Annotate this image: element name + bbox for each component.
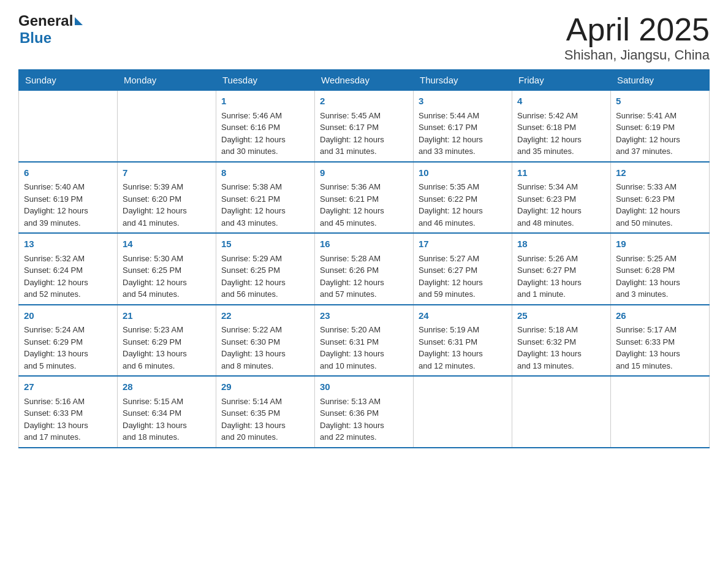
calendar-cell: [118, 91, 216, 162]
day-number: 29: [221, 380, 309, 394]
calendar-week-2: 6Sunrise: 5:40 AM Sunset: 6:19 PM Daylig…: [19, 162, 710, 234]
day-number: 13: [24, 237, 112, 251]
column-header-sunday: Sunday: [19, 70, 118, 91]
day-number: 2: [320, 94, 408, 109]
day-number: 30: [320, 380, 408, 394]
calendar-cell: 20Sunrise: 5:24 AM Sunset: 6:29 PM Dayli…: [19, 305, 118, 377]
day-number: 10: [419, 166, 507, 180]
day-number: 12: [616, 166, 704, 180]
column-header-friday: Friday: [512, 70, 611, 91]
calendar-body: 1Sunrise: 5:46 AM Sunset: 6:16 PM Daylig…: [19, 91, 710, 448]
calendar-cell: 28Sunrise: 5:15 AM Sunset: 6:34 PM Dayli…: [118, 376, 216, 448]
column-header-tuesday: Tuesday: [216, 70, 315, 91]
column-header-thursday: Thursday: [414, 70, 512, 91]
logo: General Blue: [18, 12, 83, 47]
day-number: 15: [221, 237, 309, 251]
calendar-cell: 26Sunrise: 5:17 AM Sunset: 6:33 PM Dayli…: [611, 305, 710, 377]
day-info: Sunrise: 5:20 AM Sunset: 6:31 PM Dayligh…: [320, 324, 408, 372]
day-info: Sunrise: 5:30 AM Sunset: 6:25 PM Dayligh…: [123, 253, 211, 301]
calendar-cell: 3Sunrise: 5:44 AM Sunset: 6:17 PM Daylig…: [414, 91, 512, 162]
calendar-cell: 10Sunrise: 5:35 AM Sunset: 6:22 PM Dayli…: [414, 162, 512, 234]
column-header-saturday: Saturday: [611, 70, 710, 91]
calendar-cell: 4Sunrise: 5:42 AM Sunset: 6:18 PM Daylig…: [512, 91, 611, 162]
calendar-cell: 21Sunrise: 5:23 AM Sunset: 6:29 PM Dayli…: [118, 305, 216, 377]
day-number: 7: [123, 166, 211, 180]
column-header-monday: Monday: [118, 70, 216, 91]
day-info: Sunrise: 5:32 AM Sunset: 6:24 PM Dayligh…: [24, 253, 112, 301]
day-number: 14: [123, 237, 211, 251]
day-number: 23: [320, 309, 408, 323]
day-info: Sunrise: 5:26 AM Sunset: 6:27 PM Dayligh…: [517, 253, 605, 301]
header: General Blue April 2025 Shishan, Jiangsu…: [18, 12, 710, 63]
title-area: April 2025 Shishan, Jiangsu, China: [564, 12, 710, 63]
calendar-cell: [414, 376, 512, 448]
day-info: Sunrise: 5:34 AM Sunset: 6:23 PM Dayligh…: [517, 181, 605, 229]
day-number: 18: [517, 237, 605, 251]
calendar-week-4: 20Sunrise: 5:24 AM Sunset: 6:29 PM Dayli…: [19, 305, 710, 377]
calendar-cell: 27Sunrise: 5:16 AM Sunset: 6:33 PM Dayli…: [19, 376, 118, 448]
day-info: Sunrise: 5:14 AM Sunset: 6:35 PM Dayligh…: [221, 396, 309, 443]
day-number: 1: [221, 94, 309, 109]
day-info: Sunrise: 5:41 AM Sunset: 6:19 PM Dayligh…: [616, 110, 704, 158]
day-info: Sunrise: 5:22 AM Sunset: 6:30 PM Dayligh…: [221, 324, 309, 372]
day-info: Sunrise: 5:36 AM Sunset: 6:21 PM Dayligh…: [320, 181, 408, 229]
calendar-cell: 29Sunrise: 5:14 AM Sunset: 6:35 PM Dayli…: [216, 376, 315, 448]
day-number: 8: [221, 166, 309, 180]
day-number: 27: [24, 380, 112, 394]
day-info: Sunrise: 5:29 AM Sunset: 6:25 PM Dayligh…: [221, 253, 309, 301]
day-info: Sunrise: 5:15 AM Sunset: 6:34 PM Dayligh…: [123, 396, 211, 443]
day-info: Sunrise: 5:25 AM Sunset: 6:28 PM Dayligh…: [616, 253, 704, 301]
day-number: 22: [221, 309, 309, 323]
day-info: Sunrise: 5:46 AM Sunset: 6:16 PM Dayligh…: [221, 110, 309, 158]
day-info: Sunrise: 5:40 AM Sunset: 6:19 PM Dayligh…: [24, 181, 112, 229]
calendar-cell: 13Sunrise: 5:32 AM Sunset: 6:24 PM Dayli…: [19, 233, 118, 305]
logo-blue-text: Blue: [20, 29, 51, 47]
day-info: Sunrise: 5:45 AM Sunset: 6:17 PM Dayligh…: [320, 110, 408, 158]
day-number: 3: [419, 94, 507, 109]
calendar-cell: 22Sunrise: 5:22 AM Sunset: 6:30 PM Dayli…: [216, 305, 315, 377]
day-info: Sunrise: 5:24 AM Sunset: 6:29 PM Dayligh…: [24, 324, 112, 372]
day-number: 4: [517, 94, 605, 109]
day-info: Sunrise: 5:28 AM Sunset: 6:26 PM Dayligh…: [320, 253, 408, 301]
calendar-week-5: 27Sunrise: 5:16 AM Sunset: 6:33 PM Dayli…: [19, 376, 710, 448]
logo-general-text: General: [18, 12, 73, 29]
calendar-cell: 5Sunrise: 5:41 AM Sunset: 6:19 PM Daylig…: [611, 91, 710, 162]
calendar-table: SundayMondayTuesdayWednesdayThursdayFrid…: [18, 69, 710, 448]
day-number: 25: [517, 309, 605, 323]
calendar-cell: 30Sunrise: 5:13 AM Sunset: 6:36 PM Dayli…: [315, 376, 414, 448]
day-number: 20: [24, 309, 112, 323]
day-info: Sunrise: 5:38 AM Sunset: 6:21 PM Dayligh…: [221, 181, 309, 229]
calendar-cell: 12Sunrise: 5:33 AM Sunset: 6:23 PM Dayli…: [611, 162, 710, 234]
calendar-cell: 25Sunrise: 5:18 AM Sunset: 6:32 PM Dayli…: [512, 305, 611, 377]
calendar-cell: 1Sunrise: 5:46 AM Sunset: 6:16 PM Daylig…: [216, 91, 315, 162]
day-number: 5: [616, 94, 704, 109]
day-number: 21: [123, 309, 211, 323]
calendar-cell: [19, 91, 118, 162]
calendar-cell: 17Sunrise: 5:27 AM Sunset: 6:27 PM Dayli…: [414, 233, 512, 305]
day-info: Sunrise: 5:27 AM Sunset: 6:27 PM Dayligh…: [419, 253, 507, 301]
day-number: 17: [419, 237, 507, 251]
calendar-cell: [512, 376, 611, 448]
calendar-week-1: 1Sunrise: 5:46 AM Sunset: 6:16 PM Daylig…: [19, 91, 710, 162]
day-info: Sunrise: 5:18 AM Sunset: 6:32 PM Dayligh…: [517, 324, 605, 372]
day-info: Sunrise: 5:16 AM Sunset: 6:33 PM Dayligh…: [24, 396, 112, 443]
day-number: 19: [616, 237, 704, 251]
day-info: Sunrise: 5:39 AM Sunset: 6:20 PM Dayligh…: [123, 181, 211, 229]
day-number: 11: [517, 166, 605, 180]
calendar-cell: [611, 376, 710, 448]
calendar-cell: 9Sunrise: 5:36 AM Sunset: 6:21 PM Daylig…: [315, 162, 414, 234]
column-header-wednesday: Wednesday: [315, 70, 414, 91]
day-number: 9: [320, 166, 408, 180]
calendar-header: SundayMondayTuesdayWednesdayThursdayFrid…: [19, 70, 710, 91]
calendar-cell: 18Sunrise: 5:26 AM Sunset: 6:27 PM Dayli…: [512, 233, 611, 305]
calendar-cell: 11Sunrise: 5:34 AM Sunset: 6:23 PM Dayli…: [512, 162, 611, 234]
calendar-cell: 19Sunrise: 5:25 AM Sunset: 6:28 PM Dayli…: [611, 233, 710, 305]
calendar-cell: 15Sunrise: 5:29 AM Sunset: 6:25 PM Dayli…: [216, 233, 315, 305]
calendar-cell: 7Sunrise: 5:39 AM Sunset: 6:20 PM Daylig…: [118, 162, 216, 234]
day-number: 24: [419, 309, 507, 323]
calendar-cell: 16Sunrise: 5:28 AM Sunset: 6:26 PM Dayli…: [315, 233, 414, 305]
calendar-subtitle: Shishan, Jiangsu, China: [564, 47, 710, 63]
calendar-cell: 2Sunrise: 5:45 AM Sunset: 6:17 PM Daylig…: [315, 91, 414, 162]
calendar-title: April 2025: [564, 12, 710, 47]
day-info: Sunrise: 5:44 AM Sunset: 6:17 PM Dayligh…: [419, 110, 507, 158]
